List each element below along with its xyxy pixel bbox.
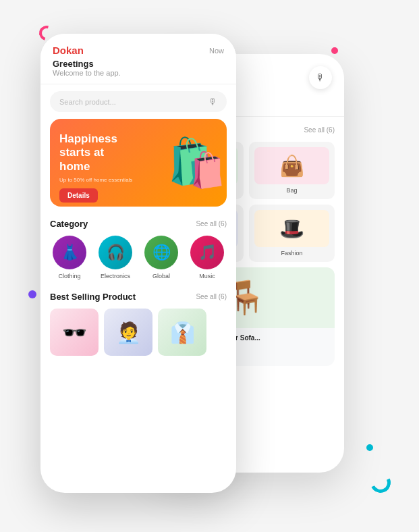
notif-time: Now bbox=[209, 47, 224, 55]
product-card-1[interactable]: 🕶️ bbox=[50, 309, 99, 356]
category-item-music[interactable]: 🎵 Music bbox=[188, 236, 227, 280]
mic-icon: 🎙 bbox=[208, 97, 217, 107]
category-header: Category See all (6) bbox=[50, 219, 227, 229]
back-cat-bag[interactable]: 👜 Bag bbox=[249, 142, 335, 199]
search-placeholder: Search product... bbox=[59, 98, 116, 106]
notif-title: Greetings bbox=[53, 59, 224, 69]
details-button[interactable]: Details bbox=[59, 188, 98, 203]
global-label: Global bbox=[152, 273, 170, 280]
phone-front: Dokan Now Greetings Welcome to the app. … bbox=[40, 34, 236, 493]
dokan-logo: Dokan bbox=[53, 45, 84, 56]
category-item-electronics[interactable]: 🎧 Electronics bbox=[96, 236, 135, 280]
notification-bar: Dokan Now Greetings Welcome to the app. bbox=[40, 34, 236, 84]
product-card-2[interactable]: 🧑‍💼 bbox=[104, 309, 152, 356]
deco-purple-dot bbox=[28, 290, 36, 298]
clothing-icon: 👗 bbox=[53, 236, 86, 269]
hero-banner: Happiness starts at home Up to 50% off h… bbox=[50, 119, 227, 207]
product-card-3[interactable]: 👔 bbox=[158, 309, 206, 356]
back-cat-fashion[interactable]: 🎩 Fashion bbox=[249, 205, 335, 262]
category-see-all[interactable]: See all (6) bbox=[196, 220, 227, 228]
back-categories-see-all[interactable]: See all (6) bbox=[304, 126, 335, 134]
category-item-global[interactable]: 🌐 Global bbox=[142, 236, 181, 280]
best-selling-section: Best Selling Product See all (6) 🕶️ 🧑‍💼 … bbox=[40, 284, 236, 360]
hero-figure: 🛍️ bbox=[163, 119, 227, 207]
hero-headline: Happiness starts at home bbox=[59, 132, 154, 174]
search-bar[interactable]: Search product... 🎙 bbox=[50, 91, 227, 112]
back-cat-bag-label: Bag bbox=[254, 187, 329, 194]
electronics-label: Electronics bbox=[101, 273, 130, 280]
back-cat-fashion-img: 🎩 bbox=[254, 210, 329, 247]
back-cat-bag-img: 👜 bbox=[254, 147, 329, 184]
category-title: Category bbox=[50, 219, 88, 229]
notif-subtitle: Welcome to the app. bbox=[53, 69, 224, 77]
category-section: Category See all (6) 👗 Clothing 🎧 Electr… bbox=[40, 211, 236, 284]
product-list: 🕶️ 🧑‍💼 👔 bbox=[50, 309, 227, 356]
electronics-icon: 🎧 bbox=[99, 236, 132, 269]
best-selling-see-all[interactable]: See all (6) bbox=[196, 293, 227, 300]
hero-subtitle: Up to 50% off home essentials bbox=[59, 177, 140, 183]
music-label: Music bbox=[199, 273, 215, 280]
category-item-clothing[interactable]: 👗 Clothing bbox=[50, 236, 89, 280]
product-img-2: 🧑‍💼 bbox=[104, 309, 152, 356]
music-icon: 🎵 bbox=[190, 236, 224, 269]
clothing-label: Clothing bbox=[58, 273, 80, 280]
product-img-3: 👔 bbox=[158, 309, 206, 356]
front-phone-content: Dokan Now Greetings Welcome to the app. … bbox=[40, 34, 236, 493]
mic-button[interactable]: 🎙 bbox=[309, 66, 332, 89]
back-cat-fashion-label: Fashion bbox=[254, 250, 329, 257]
best-selling-title: Best Selling Product bbox=[50, 292, 136, 302]
dokan-logo-d: D bbox=[53, 45, 60, 56]
category-list: 👗 Clothing 🎧 Electronics 🌐 Global 🎵 Musi… bbox=[50, 236, 227, 280]
best-selling-header: Best Selling Product See all (6) bbox=[50, 292, 227, 302]
phones-container: 🎙 Review Contact egories See all (6) 👗 D… bbox=[40, 34, 378, 506]
notif-header: Dokan Now bbox=[53, 45, 224, 56]
global-icon: 🌐 bbox=[144, 236, 178, 269]
dokan-logo-rest: okan bbox=[60, 45, 84, 56]
product-img-1: 🕶️ bbox=[50, 309, 99, 356]
